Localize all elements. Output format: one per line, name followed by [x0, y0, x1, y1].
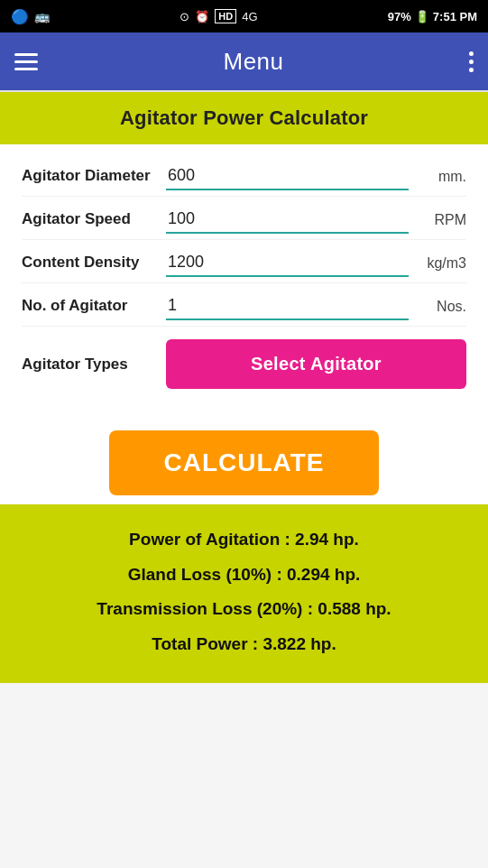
field-row-speed: Agitator Speed RPM: [22, 197, 466, 240]
density-unit: kg/m3: [409, 255, 466, 272]
status-bar: 🔵 🚌 ⊙ ⏰ HD 4G 97% 🔋 7:51 PM: [0, 0, 488, 32]
form-area: Agitator Diameter mm. Agitator Speed RPM…: [0, 144, 488, 412]
result-transmission-loss: Transmission Loss (20%) : 0.588 hp.: [14, 592, 474, 627]
time-display: 7:51 PM: [433, 10, 477, 23]
result-power-agitation: Power of Agitation : 2.94 hp.: [14, 522, 474, 558]
diameter-input[interactable]: [166, 162, 409, 190]
field-row-number: No. of Agitator Nos.: [22, 283, 466, 327]
status-center: ⊙ ⏰ HD 4G: [180, 9, 257, 23]
agitator-types-row: Agitator Types Select Agitator: [22, 327, 466, 394]
density-label: Content Density: [22, 253, 166, 272]
number-input-wrap: [166, 292, 409, 320]
battery-icon: 🔋: [415, 10, 429, 23]
speed-input[interactable]: [166, 206, 409, 234]
speed-unit: RPM: [409, 212, 466, 228]
calculator-container: Agitator Power Calculator Agitator Diame…: [0, 92, 488, 705]
status-right-info: 97% 🔋 7:51 PM: [388, 10, 477, 23]
result-gland-loss: Gland Loss (10%) : 0.294 hp.: [14, 558, 474, 593]
hamburger-menu-button[interactable]: [14, 53, 38, 70]
select-agitator-button[interactable]: Select Agitator: [166, 339, 466, 389]
number-unit: Nos.: [409, 299, 466, 315]
field-row-density: Content Density kg/m3: [22, 240, 466, 283]
agitator-types-label: Agitator Types: [22, 356, 166, 374]
number-label: No. of Agitator: [22, 296, 166, 316]
status-left-icons: 🔵 🚌: [11, 8, 50, 25]
record-icon: ⊙: [180, 10, 189, 23]
more-options-button[interactable]: [469, 51, 474, 72]
speed-label: Agitator Speed: [22, 209, 166, 229]
app-title: Menu: [223, 48, 283, 76]
number-input[interactable]: [166, 292, 409, 320]
app-icon-1: 🔵: [11, 8, 29, 25]
field-row-diameter: Agitator Diameter mm.: [22, 153, 466, 197]
density-input-wrap: [166, 249, 409, 277]
diameter-input-wrap: [166, 162, 409, 190]
result-total-power: Total Power : 3.822 hp.: [14, 627, 474, 662]
diameter-unit: mm.: [409, 169, 466, 185]
app-bar: Menu: [0, 32, 488, 90]
results-area: Power of Agitation : 2.94 hp. Gland Loss…: [0, 504, 488, 683]
battery-percent: 97%: [388, 10, 411, 23]
alarm-icon: ⏰: [195, 10, 209, 23]
hd-icon: HD: [215, 9, 236, 23]
diameter-label: Agitator Diameter: [22, 166, 166, 186]
density-input[interactable]: [166, 249, 409, 277]
speed-input-wrap: [166, 206, 409, 234]
signal-icon: 4G: [242, 10, 257, 23]
calculate-wrap: CALCULATE: [0, 412, 488, 504]
calculate-button[interactable]: CALCULATE: [109, 430, 378, 495]
app-icon-2: 🚌: [34, 9, 50, 23]
calculator-header: Agitator Power Calculator: [0, 92, 488, 144]
